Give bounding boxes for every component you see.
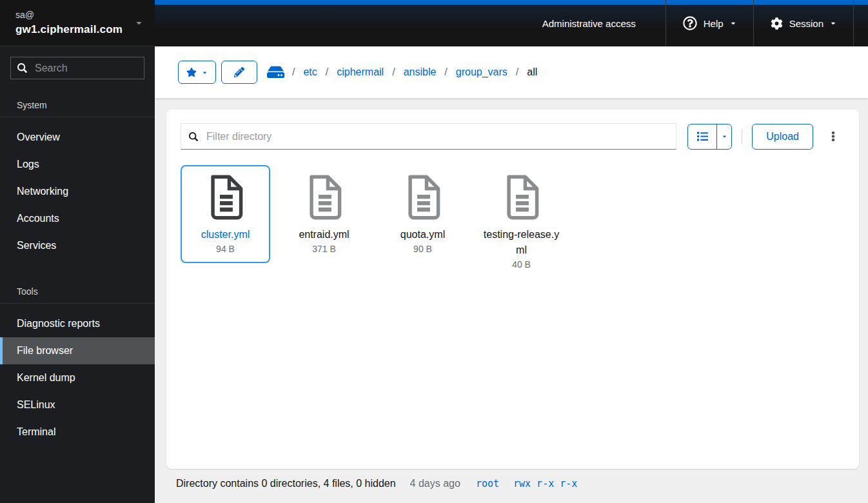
document-icon — [306, 174, 343, 221]
upload-button[interactable]: Upload — [752, 124, 813, 150]
breadcrumb-separator: / — [326, 66, 328, 78]
status-footer: Directory contains 0 directories, 4 file… — [176, 478, 868, 489]
breadcrumb-link-ansible[interactable]: ansible — [404, 66, 437, 78]
breadcrumb-link-ciphermail[interactable]: ciphermail — [337, 66, 384, 78]
filter-directory-input[interactable] — [205, 130, 668, 143]
file-name[interactable]: quota.yml — [400, 227, 445, 242]
toolbar: Upload — [181, 123, 845, 150]
file-card-quota[interactable]: quota.yml 90 B — [378, 165, 468, 263]
breadcrumb: / etc / ciphermail / ansible / group_var… — [292, 66, 537, 78]
toolbar-divider — [742, 129, 742, 144]
list-icon[interactable] — [688, 124, 717, 149]
sidebar: sa@ gw1.ciphermail.com System Overview L… — [0, 0, 155, 503]
caret-down-icon — [202, 70, 208, 75]
nav-items-system: Overview Logs Networking Accounts Servic… — [0, 117, 155, 259]
hard-drive-icon[interactable] — [267, 64, 284, 80]
owner-label: root — [476, 478, 499, 489]
sidebar-item-services[interactable]: Services — [0, 232, 155, 259]
filter-field[interactable] — [181, 123, 676, 150]
sidebar-item-overview[interactable]: Overview — [0, 124, 155, 151]
kebab-vertical-icon — [831, 130, 835, 143]
session-label: Session — [789, 18, 824, 29]
nav-section-tools: Tools Diagnostic reports File browser Ke… — [0, 282, 155, 446]
sidebar-nav: System Overview Logs Networking Accounts… — [0, 90, 155, 446]
directory-summary: Directory contains 0 directories, 4 file… — [176, 478, 396, 489]
last-modified: 4 days ago — [410, 478, 460, 489]
document-icon — [207, 174, 244, 221]
sidebar-item-diagnostic-reports[interactable]: Diagnostic reports — [0, 310, 155, 337]
administrative-access-label: Administrative access — [542, 18, 636, 29]
sidebar-item-selinux[interactable]: SELinux — [0, 391, 155, 419]
nav-section-title-tools: Tools — [0, 282, 155, 304]
search-field[interactable] — [10, 57, 144, 79]
masthead-spacer — [853, 0, 868, 46]
file-name[interactable]: testing-release.yml — [482, 227, 561, 258]
breadcrumb-separator: / — [292, 66, 295, 78]
caret-down-icon — [730, 20, 736, 26]
permissions-group: r-x — [537, 478, 554, 489]
file-name[interactable]: cluster.yml — [201, 227, 250, 242]
nav-items-tools: Diagnostic reports File browser Kernel d… — [0, 304, 155, 446]
search-icon — [189, 132, 198, 141]
breadcrumb-separator: / — [516, 66, 518, 78]
sidebar-item-accounts[interactable]: Accounts — [0, 205, 155, 232]
breadcrumb-current: all — [527, 66, 537, 78]
file-card-entraid[interactable]: entraid.yml 371 B — [279, 165, 369, 263]
help-dropdown[interactable]: Help — [666, 0, 753, 46]
file-size: 40 B — [512, 259, 531, 270]
host-switcher[interactable]: sa@ gw1.ciphermail.com — [0, 0, 155, 46]
search-input[interactable] — [34, 62, 137, 75]
document-icon — [503, 174, 540, 221]
session-dropdown[interactable]: Session — [753, 0, 853, 46]
document-icon — [404, 174, 442, 221]
file-browser-panel: Upload cluster.yml 94 B — [166, 110, 859, 469]
gear-icon — [771, 17, 783, 30]
sidebar-item-file-browser[interactable]: File browser — [0, 337, 155, 364]
breadcrumb-link-group-vars[interactable]: group_vars — [456, 66, 508, 78]
breadcrumb-bar: / etc / ciphermail / ansible / group_var… — [155, 46, 868, 98]
caret-down-icon — [135, 19, 143, 27]
pencil-icon — [234, 67, 244, 77]
edit-path-button[interactable] — [221, 61, 257, 84]
search-icon — [17, 63, 27, 73]
hostname-label: gw1.ciphermail.com — [15, 23, 123, 36]
host-switcher-labels: sa@ gw1.ciphermail.com — [15, 10, 123, 36]
sidebar-item-terminal[interactable]: Terminal — [0, 419, 155, 446]
bookmarks-button[interactable] — [178, 61, 216, 84]
sidebar-item-logs[interactable]: Logs — [0, 151, 155, 178]
permissions-other: r-x — [560, 478, 577, 489]
file-card-testing-release[interactable]: testing-release.yml 40 B — [477, 165, 566, 279]
question-circle-icon — [683, 16, 697, 30]
sidebar-item-kernel-dump[interactable]: Kernel dump — [0, 364, 155, 391]
username-label: sa@ — [15, 10, 123, 20]
sidebar-item-networking[interactable]: Networking — [0, 178, 155, 205]
main-column: Administrative access Help Session — [155, 0, 868, 503]
nav-section-system: System Overview Logs Networking Accounts… — [0, 96, 155, 259]
file-size: 371 B — [312, 244, 336, 254]
content-area: Upload cluster.yml 94 B — [155, 98, 868, 503]
breadcrumb-link-etc[interactable]: etc — [303, 66, 317, 78]
file-grid: cluster.yml 94 B entraid.yml 371 B quota… — [181, 165, 845, 279]
breadcrumb-separator: / — [444, 66, 447, 78]
file-size: 90 B — [413, 244, 432, 254]
file-card-cluster[interactable]: cluster.yml 94 B — [181, 165, 270, 263]
permissions-owner: rwx — [513, 478, 531, 489]
masthead: Administrative access Help Session — [155, 0, 868, 46]
file-name[interactable]: entraid.yml — [299, 227, 349, 242]
kebab-menu-button[interactable] — [822, 124, 845, 150]
help-label: Help — [704, 18, 724, 29]
star-icon — [186, 67, 197, 77]
caret-down-icon — [830, 20, 836, 26]
file-size: 94 B — [216, 244, 235, 254]
sidebar-search — [10, 57, 144, 79]
breadcrumb-separator: / — [392, 66, 395, 78]
view-mode-split-button — [687, 124, 732, 150]
administrative-access-button[interactable]: Administrative access — [527, 0, 651, 46]
caret-down-icon[interactable] — [717, 124, 731, 149]
nav-section-title-system: System — [0, 96, 155, 117]
